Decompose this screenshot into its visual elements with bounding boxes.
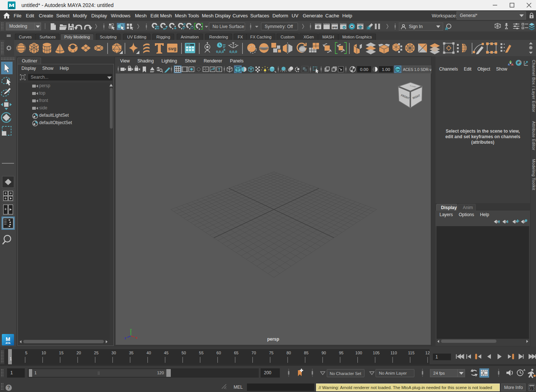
svg-text:90: 90 bbox=[322, 351, 326, 355]
svg-text:10: 10 bbox=[41, 351, 46, 355]
svg-text:120: 120 bbox=[425, 351, 430, 355]
svg-text:0,0,0: 0,0,0 bbox=[229, 50, 237, 54]
svg-text:{;}: {;} bbox=[529, 387, 535, 391]
svg-text:85: 85 bbox=[304, 351, 308, 355]
svg-text:IPR: IPR bbox=[332, 26, 337, 29]
svg-text:T: T bbox=[218, 68, 220, 72]
svg-text:0,0,0: 0,0,0 bbox=[216, 50, 224, 54]
svg-text:95: 95 bbox=[339, 351, 343, 355]
svg-text:15: 15 bbox=[59, 351, 64, 355]
svg-text:70: 70 bbox=[251, 351, 256, 355]
svg-text:0.00: 0.00 bbox=[360, 67, 368, 72]
svg-text:60: 60 bbox=[217, 351, 221, 355]
svg-text:y: y bbox=[130, 328, 132, 331]
svg-text:20: 20 bbox=[77, 351, 81, 355]
svg-text:65: 65 bbox=[234, 351, 238, 355]
svg-text:40: 40 bbox=[146, 351, 151, 355]
svg-text:AYA: AYA bbox=[6, 342, 11, 344]
svg-text:1.00: 1.00 bbox=[382, 67, 390, 72]
svg-text:25: 25 bbox=[94, 351, 98, 355]
svg-text:M: M bbox=[6, 336, 10, 342]
svg-text:115: 115 bbox=[408, 351, 415, 355]
svg-text:55: 55 bbox=[199, 351, 203, 355]
svg-text:ACES 1.0 SDR-v: ACES 1.0 SDR-v bbox=[403, 68, 431, 72]
svg-text:5: 5 bbox=[25, 351, 27, 355]
svg-text:75: 75 bbox=[269, 351, 274, 355]
svg-text:30: 30 bbox=[112, 351, 116, 355]
svg-text:110: 110 bbox=[390, 351, 397, 355]
svg-text:100: 100 bbox=[355, 351, 362, 355]
svg-text:50: 50 bbox=[182, 351, 186, 355]
svg-text:svg: svg bbox=[168, 46, 176, 51]
svg-text:35: 35 bbox=[129, 351, 133, 355]
svg-text:45: 45 bbox=[164, 351, 169, 355]
svg-text:ON: ON bbox=[396, 68, 400, 71]
svg-text:80: 80 bbox=[286, 351, 291, 355]
svg-text:105: 105 bbox=[373, 351, 380, 355]
